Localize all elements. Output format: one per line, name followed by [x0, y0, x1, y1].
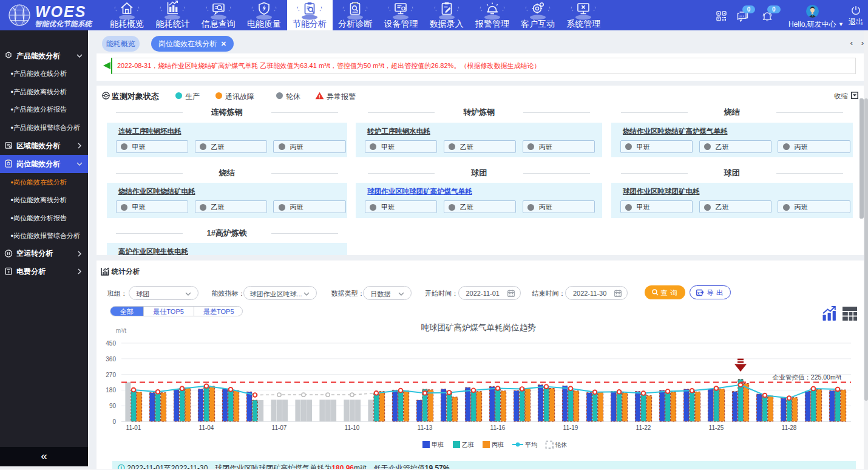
svg-text:11-07: 11-07: [272, 424, 287, 431]
svg-text:11-04: 11-04: [199, 424, 214, 431]
svg-text:11-01: 11-01: [126, 424, 141, 431]
svg-text:11-22: 11-22: [636, 424, 651, 431]
svg-text:11-16: 11-16: [490, 424, 506, 431]
svg-text:90: 90: [109, 403, 117, 409]
svg-text:11-25: 11-25: [709, 424, 724, 431]
svg-text:270: 270: [106, 372, 116, 378]
svg-text:吨球团矿高炉煤气单耗岗位趋势: 吨球团矿高炉煤气单耗岗位趋势: [421, 323, 537, 332]
svg-text:轮休: 轮休: [555, 441, 568, 448]
svg-text:x: x: [697, 290, 700, 295]
svg-text:11-28: 11-28: [782, 424, 797, 431]
svg-text:450: 450: [106, 340, 116, 347]
svg-text:11-13: 11-13: [418, 424, 433, 431]
svg-text:丙班: 丙班: [492, 441, 504, 448]
svg-text:乙班: 乙班: [462, 441, 474, 448]
svg-text:11-19: 11-19: [563, 424, 578, 431]
svg-text:180: 180: [106, 387, 116, 393]
svg-text:0: 0: [112, 418, 116, 425]
svg-text:企业管控值：225.00m³/t: 企业管控值：225.00m³/t: [772, 373, 841, 381]
svg-text:11-10: 11-10: [345, 424, 360, 431]
svg-text:360: 360: [106, 356, 116, 363]
svg-text:平均: 平均: [525, 441, 537, 448]
svg-text:m³/t: m³/t: [116, 327, 126, 334]
svg-text:甲班: 甲班: [432, 441, 444, 448]
